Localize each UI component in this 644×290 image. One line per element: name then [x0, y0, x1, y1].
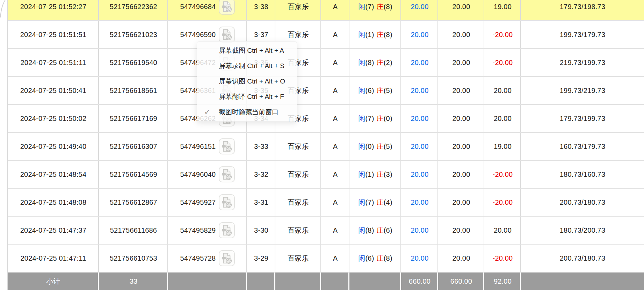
cell-grade: A: [321, 77, 349, 104]
banker-label: 庄: [377, 254, 384, 263]
cell-valid-amount: 20.00: [438, 189, 484, 216]
cell-grade: A: [321, 189, 349, 216]
video-replay-button[interactable]: [219, 27, 235, 43]
round-id-text: 547496151: [180, 143, 216, 151]
cell-balance: 160.73/179.73: [521, 133, 644, 160]
cell-result: 闲(6)庄(5): [349, 77, 401, 104]
table-row[interactable]: 2024-07-25 01:51:11 521756619540 5474964…: [8, 49, 644, 77]
cell-win-loss: -20.00: [484, 49, 521, 76]
player-label: 闲: [358, 226, 365, 235]
banker-label: 庄: [377, 170, 384, 179]
cell-win-loss: -20.00: [484, 161, 521, 188]
player-label: 闲: [358, 198, 365, 207]
check-icon: ✓: [204, 108, 210, 117]
subtotal-empty-code: [247, 273, 275, 290]
subtotal-row: 小计 33 660.00 660.00 92.00: [8, 273, 644, 290]
video-file-icon: [221, 29, 233, 41]
banker-score: (8): [384, 254, 392, 262]
subtotal-valid-total: 660.00: [438, 273, 484, 290]
cell-balance: 179.73/199.73: [521, 105, 644, 132]
round-id-text: 547495927: [180, 198, 216, 206]
cell-round-id: 547496040: [168, 161, 247, 188]
menu-item-screen-record[interactable]: ✓ 屏幕录制 Ctrl + Alt + S: [197, 58, 297, 74]
menu-item-screen-capture[interactable]: ✓ 屏幕截图 Ctrl + Alt + A: [197, 43, 297, 58]
player-score: (6): [365, 87, 374, 95]
cell-table-code: 3-30: [247, 217, 275, 244]
cell-win-loss: 20.00: [484, 77, 521, 104]
player-label: 闲: [358, 30, 365, 39]
cell-valid-amount: 20.00: [438, 217, 484, 244]
subtotal-bet-total: 660.00: [401, 273, 438, 290]
video-replay-button[interactable]: [219, 250, 235, 266]
banker-score: (8): [384, 3, 392, 11]
cell-time: 2024-07-25 01:52:27: [8, 0, 99, 20]
banker-label: 庄: [377, 226, 384, 235]
cell-bet-amount: 20.00: [401, 161, 438, 188]
cell-balance: 200.73/180.73: [521, 189, 644, 216]
video-file-icon: [221, 252, 233, 264]
video-file-icon: [221, 224, 233, 236]
table-rows: 2024-07-25 01:52:27 521756622362 5474966…: [8, 0, 644, 273]
banker-score: (2): [384, 59, 392, 67]
round-id-text: 547496040: [180, 171, 216, 179]
table-row[interactable]: 2024-07-25 01:51:51 521756621023 5474965…: [8, 21, 644, 49]
cell-result: 闲(7)庄(8): [349, 0, 401, 20]
cell-grade: A: [321, 161, 349, 188]
cell-result: 闲(7)庄(4): [349, 189, 401, 216]
table-row[interactable]: 2024-07-25 01:49:40 521756616307 5474961…: [8, 133, 644, 161]
video-replay-button[interactable]: [219, 138, 235, 154]
player-label: 闲: [358, 254, 365, 263]
cell-time: 2024-07-25 01:50:02: [8, 105, 99, 132]
table-row[interactable]: 2024-07-25 01:48:54 521756614569 5474960…: [8, 161, 644, 189]
cell-order-id: 521756617169: [99, 105, 168, 132]
cell-bet-amount: 20.00: [401, 77, 438, 104]
banker-label: 庄: [377, 2, 384, 12]
player-score: (6): [365, 254, 374, 262]
video-replay-button[interactable]: [219, 166, 235, 182]
table-row[interactable]: 2024-07-25 01:50:02 521756617169 5474962…: [8, 105, 644, 133]
table-row[interactable]: 2024-07-25 01:47:11 521756610753 5474957…: [8, 245, 644, 273]
banker-label: 庄: [377, 198, 384, 207]
bet-history-table: 2024-07-25 01:52:27 521756622362 5474966…: [7, 0, 644, 290]
table-row[interactable]: 2024-07-25 01:50:41 521756618561 5474963…: [8, 77, 644, 105]
table-row[interactable]: 2024-07-25 01:48:08 521756612867 5474959…: [8, 189, 644, 217]
cell-order-id: 521756614569: [99, 161, 168, 188]
cell-game-name: 百家乐: [275, 161, 321, 188]
cell-order-id: 521756612867: [99, 189, 168, 216]
subtotal-label: 小计: [8, 273, 99, 290]
cell-valid-amount: 20.00: [438, 0, 484, 20]
player-score: (8): [365, 59, 374, 67]
rounded-window-corner-arc: [0, 0, 8, 22]
player-label: 闲: [358, 2, 365, 12]
menu-item-screen-ocr[interactable]: ✓ 屏幕识图 Ctrl + Alt + O: [197, 74, 297, 89]
video-replay-button[interactable]: [219, 194, 235, 210]
subtotal-empty-result: [349, 273, 401, 290]
cell-win-loss: 20.00: [484, 217, 521, 244]
video-replay-button[interactable]: [219, 222, 235, 238]
menu-item-screen-translate[interactable]: ✓ 屏幕翻译 Ctrl + Alt + F: [197, 89, 297, 104]
banker-score: (8): [384, 31, 392, 39]
cell-grade: A: [321, 49, 349, 76]
cell-grade: A: [321, 105, 349, 132]
menu-item-hide-window-toggle[interactable]: ✓ 截图时隐藏当前窗口: [197, 104, 297, 120]
banker-score: (5): [384, 143, 392, 151]
subtotal-count: 33: [99, 273, 168, 290]
banker-score: (4): [384, 198, 392, 206]
player-score: (1): [365, 171, 374, 179]
cell-game-name: 百家乐: [275, 217, 321, 244]
cell-bet-amount: 20.00: [401, 133, 438, 160]
cell-round-id: 547495829: [168, 217, 247, 244]
cell-order-id: 521756618561: [99, 77, 168, 104]
player-label: 闲: [358, 114, 365, 123]
cell-table-code: 3-38: [247, 0, 275, 20]
cell-time: 2024-07-25 01:51:51: [8, 21, 99, 48]
table-row[interactable]: 2024-07-25 01:47:37 521756611686 5474958…: [8, 217, 644, 245]
cell-result: 闲(0)庄(5): [349, 133, 401, 160]
cell-win-loss: 19.00: [484, 133, 521, 160]
cell-round-id: 547495728: [168, 245, 247, 272]
cell-valid-amount: 20.00: [438, 49, 484, 76]
cell-win-loss: 19.00: [484, 0, 521, 20]
video-replay-button[interactable]: [219, 0, 235, 15]
table-row[interactable]: 2024-07-25 01:52:27 521756622362 5474966…: [8, 0, 644, 21]
cell-result: 闲(1)庄(3): [349, 161, 401, 188]
